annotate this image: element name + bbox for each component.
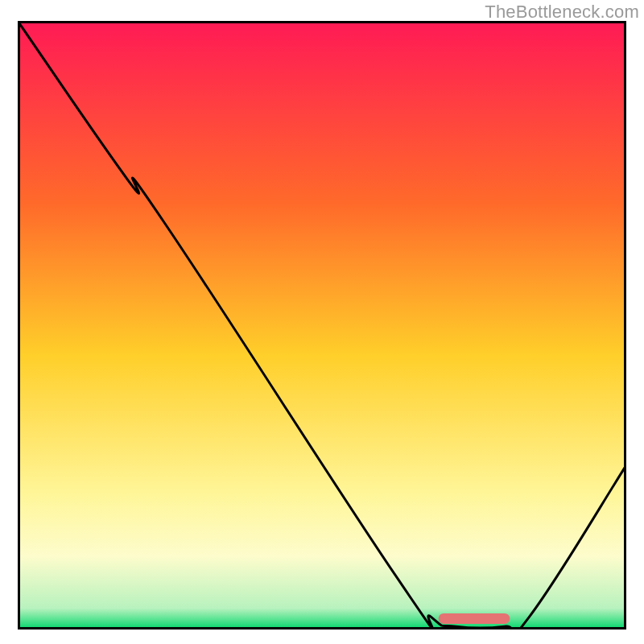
gradient-background [18,21,626,630]
chart-surface [18,21,626,630]
chart-root: TheBottleneck.com [0,0,644,644]
chart-frame [18,21,626,630]
watermark-text: TheBottleneck.com [485,2,639,23]
